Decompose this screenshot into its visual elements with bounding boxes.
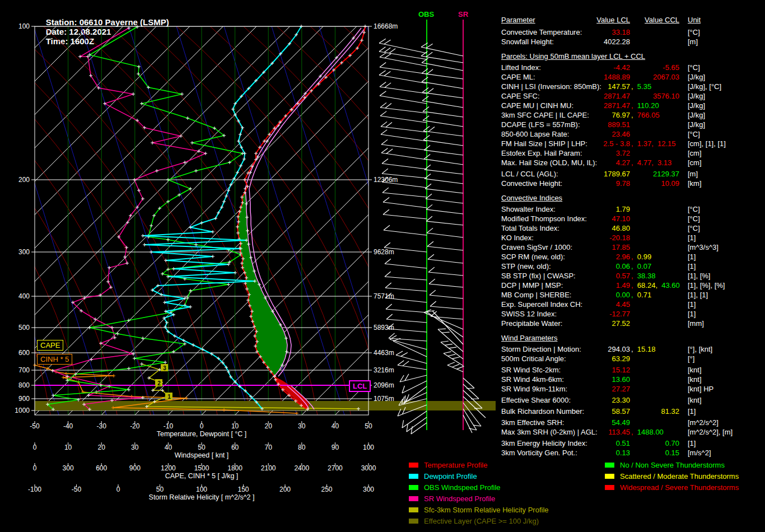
legend-profile-item: Sfc-3km Storm Relative Helicity Profile <box>409 506 549 517</box>
legend-swatch-icon <box>605 474 614 479</box>
unit-label: [J/kg] <box>688 92 705 100</box>
svg-text:16668m: 16668m <box>374 22 398 30</box>
unit-label: [1] <box>688 253 696 261</box>
unit-label: [1] <box>688 262 696 270</box>
table-row: Modified Thompson Index:47.10[°C] <box>501 214 765 224</box>
legend-label: Effective Layer (CAPE >= 100 J/kg) <box>424 517 539 525</box>
legend-label: SR Windspeed Profile <box>424 494 495 503</box>
table-row: FM Hail Size | SHIP | LHP:2.5 - 3.8, 1.3… <box>501 139 765 149</box>
value-ccl: 81.32 <box>633 407 679 416</box>
sr-column-label: SR <box>458 10 468 18</box>
svg-text:700: 700 <box>18 366 30 374</box>
value-lcl: 46.80 <box>501 224 630 232</box>
value-lcl: 27.27 <box>501 385 630 393</box>
svg-text:900: 900 <box>18 395 30 403</box>
svg-text:100: 100 <box>363 444 374 451</box>
windspeed-gridlines <box>68 26 335 415</box>
value-ccl: 0.70 <box>633 439 679 447</box>
unit-label: [m] <box>688 38 698 46</box>
svg-text:800: 800 <box>18 381 30 389</box>
obs-column-label: OBS <box>418 10 434 18</box>
table-row: 850-600 Lapse Rate:23.46[°C] <box>501 130 765 139</box>
table-row: SB STP (fix) | CWASP:0.57, 38.38[1], [%] <box>501 272 765 281</box>
unit-label: [1] <box>688 234 696 242</box>
value-lcl: 27.52 <box>501 319 630 328</box>
value-lcl: 0.51 <box>501 439 630 447</box>
unit-label: [1], [1] <box>688 291 708 299</box>
unit-label: [J/kg] <box>688 101 705 110</box>
legend-swatch-icon <box>409 496 418 501</box>
table-row: Effective Shear 6000:23.30[knt] <box>501 396 765 405</box>
unit-label: [°C] <box>688 28 700 36</box>
unit-label: [knt] <box>688 366 702 374</box>
legend-profile-item: Dewpoint Profile <box>409 472 549 483</box>
svg-text:-40: -40 <box>63 422 73 430</box>
svg-text:1075m: 1075m <box>374 395 394 403</box>
svg-text:0: 0 <box>33 464 37 472</box>
unit-label: [°C] <box>688 224 700 232</box>
svg-text:50: 50 <box>365 422 372 430</box>
unit-label: [knt] HP <box>688 385 713 393</box>
svg-text:10: 10 <box>64 444 72 451</box>
value-lcl: 54.49 <box>501 418 630 427</box>
table-row: KO Index:-20.18[1] <box>501 234 765 243</box>
table-row: DCP | MMP | MSP:1.49, 68.24, 43.60[1], [… <box>501 281 765 291</box>
legend-label: Sfc-3km Storm Relative Helicity Profile <box>424 506 549 514</box>
value-lcl: 23.46 <box>501 130 630 138</box>
sr-barb-column <box>421 20 486 433</box>
value-lcl: 0.06 <box>501 262 630 270</box>
svg-text:1500: 1500 <box>194 464 209 472</box>
svg-text:20: 20 <box>265 422 273 430</box>
legend-profile-item: Effective Layer (CAPE >= 100 J/kg) <box>409 517 549 528</box>
svg-text:0: 0 <box>116 486 120 493</box>
svg-text:20: 20 <box>98 444 106 451</box>
svg-text:Storm Relative Helicity [ m^2/: Storm Relative Helicity [ m^2/s^2 ] <box>149 493 255 501</box>
svg-text:1200: 1200 <box>161 464 176 472</box>
table-row: Convective Height:9.7810.09[km] <box>501 179 765 189</box>
svg-text:1800: 1800 <box>227 464 242 472</box>
legend-profile-item: OBS Windspeed Profile <box>409 483 549 494</box>
cape-label-box: CAPE <box>37 340 63 351</box>
value-lcl: 4.27 <box>501 158 630 167</box>
value-lcl: 113.45 <box>501 428 630 436</box>
svg-text:3000: 3000 <box>361 464 376 472</box>
svg-text:Temperature, Dewpoint [ °C ]: Temperature, Dewpoint [ °C ] <box>157 430 247 438</box>
svg-text:300: 300 <box>363 486 374 493</box>
unit-label: [°C] <box>688 63 700 72</box>
value-lcl: 4.45 <box>501 300 630 309</box>
legend-severity-item: No / Non Severe Thunderstorms <box>605 461 739 472</box>
svg-text:2100: 2100 <box>261 464 276 472</box>
value-lcl: 2871.47 <box>501 92 630 100</box>
value-lcl: 9.78 <box>501 179 630 188</box>
value-extra: , 38.38 <box>631 272 655 280</box>
svg-text:-50: -50 <box>72 486 82 493</box>
value-lcl: 294.03 <box>501 345 630 353</box>
svg-text:10: 10 <box>231 422 239 430</box>
svg-text:Windspeed [ knt ]: Windspeed [ knt ] <box>175 451 229 459</box>
svg-text:600: 600 <box>96 464 107 472</box>
sr-windspeed-profile <box>51 26 207 411</box>
svg-text:0: 0 <box>200 422 204 430</box>
legend-label: Temperature Profile <box>424 461 487 469</box>
svg-text:2096m: 2096m <box>374 381 394 389</box>
value-extra: , 68.24, 43.60 <box>631 281 680 290</box>
table-row: Lifted Index:-4.42-5.65[°C] <box>501 63 765 73</box>
value-lcl: 13.60 <box>501 375 630 384</box>
legend-label: OBS Windspeed Profile <box>424 483 501 492</box>
legend-swatch-icon <box>409 463 418 468</box>
svg-text:200: 200 <box>18 176 30 184</box>
table-row: Bulk Richardson Number:58.5781.32[1] <box>501 407 765 417</box>
legend-swatch-icon <box>605 485 614 490</box>
value-extra: , 0.71 <box>631 291 651 299</box>
svg-text:60: 60 <box>231 444 239 451</box>
unit-label: [J/kg] <box>688 111 705 119</box>
value-lcl: 58.57 <box>501 407 630 416</box>
table-row: Craven SigSvr / 1000:17.85[m^3/s^3] <box>501 243 765 253</box>
legend-severity: No / Non Severe ThunderstormsScattered /… <box>605 461 739 494</box>
cinh-label-box: CINH * 5 <box>37 354 72 365</box>
unit-label: [m^3/s^3] <box>688 243 719 251</box>
svg-text:100: 100 <box>18 22 30 30</box>
value-lcl: 1789.67 <box>501 170 630 178</box>
table-row: CAPE ML:1488.892067.03[J/kg] <box>501 73 765 82</box>
svg-text:0: 0 <box>33 444 37 451</box>
